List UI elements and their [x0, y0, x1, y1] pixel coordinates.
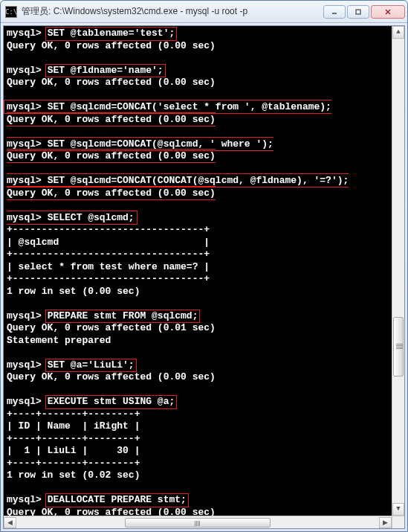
prompt: mysql> — [7, 212, 42, 223]
cmd-line: SELECT @sqlcmd; — [48, 212, 135, 223]
console-output[interactable]: mysql> SET @tablename='test'; Query OK, … — [4, 26, 404, 516]
scroll-left-arrow[interactable]: ◀ — [4, 517, 16, 528]
highlight-cmd: PREPARE stmt FROM @sqlcmd; — [45, 310, 201, 324]
table-row: | 1 | LiuLi | 30 | — [7, 445, 140, 456]
close-icon — [384, 8, 392, 16]
output-line: Query OK, 0 rows affected (0.00 sec) — [7, 114, 216, 125]
table-border: +---------------------------------+ — [7, 224, 210, 235]
highlight-cmd: EXECUTE stmt USING @a; — [45, 395, 178, 409]
scroll-right-arrow[interactable]: ▶ — [379, 517, 392, 528]
output-line: 1 row in set (0.00 sec) — [7, 286, 140, 297]
window-controls — [323, 5, 405, 19]
output-line: Query OK, 0 rows affected (0.00 sec) — [7, 77, 216, 88]
highlight-cmd: SET @fldname='name'; — [45, 64, 166, 78]
cmd-line: SET @sqlcmd=CONCAT('select * from ', @ta… — [48, 101, 331, 112]
table-border: +---------------------------------+ — [7, 273, 210, 284]
highlight-block: mysql> SET @sqlcmd=CONCAT('select * from… — [4, 100, 349, 225]
table-border: +----+-------+--------+ — [7, 433, 140, 444]
prompt: mysql> — [7, 396, 42, 407]
prompt: mysql> — [7, 359, 42, 371]
scroll-track[interactable] — [392, 39, 404, 503]
vertical-scrollbar[interactable]: ▲ ▼ — [392, 26, 404, 516]
cmd-line: SET @sqlcmd=CONCAT(CONCAT(@sqlcmd, @fldn… — [48, 175, 349, 186]
bottom-scroll-row: ◀ ▶ — [4, 516, 404, 528]
cmd-window: C:\ 管理员: C:\Windows\system32\cmd.exe - m… — [0, 0, 408, 532]
table-border: +----+-------+--------+ — [7, 458, 140, 469]
minimize-icon — [331, 8, 338, 16]
console-frame: mysql> SET @tablename='test'; Query OK, … — [3, 25, 405, 529]
highlight-cmd: SET @tablename='test'; — [45, 27, 178, 41]
table-header: | @sqlcmd | — [7, 237, 210, 248]
horizontal-scrollbar[interactable]: ◀ ▶ — [4, 516, 392, 528]
prompt: mysql> — [7, 175, 42, 186]
titlebar[interactable]: C:\ 管理员: C:\Windows\system32\cmd.exe - m… — [1, 1, 407, 23]
window-title: 管理员: C:\Windows\system32\cmd.exe - mysql… — [22, 5, 323, 18]
cmd-line: SET @sqlcmd=CONCAT(@sqlcmd, ' where '); — [48, 138, 273, 150]
maximize-icon — [354, 8, 362, 16]
output-line: Query OK, 0 rows affected (0.00 sec) — [7, 40, 216, 51]
output-line: 1 row in set (0.02 sec) — [7, 469, 140, 481]
output-line: Query OK, 0 rows affected (0.00 sec) — [7, 507, 216, 516]
scroll-track[interactable] — [16, 517, 379, 528]
app-icon: C:\ — [5, 6, 17, 18]
prompt: mysql> — [7, 65, 42, 76]
scroll-down-arrow[interactable]: ▼ — [392, 503, 404, 516]
resize-grip[interactable] — [392, 516, 404, 528]
scroll-thumb[interactable] — [393, 317, 404, 376]
table-border: +---------------------------------+ — [7, 249, 210, 260]
maximize-button[interactable] — [347, 5, 369, 19]
prompt: mysql> — [7, 28, 42, 39]
output-line: Query OK, 0 rows affected (0.00 sec) — [7, 371, 216, 382]
table-border: +----+-------+--------+ — [7, 408, 140, 420]
minimize-button[interactable] — [323, 5, 346, 19]
prompt: mysql> — [7, 494, 42, 505]
output-line: Statement prepared — [7, 335, 111, 346]
svg-rect-1 — [356, 10, 360, 14]
output-line: Query OK, 0 rows affected (0.00 sec) — [7, 188, 216, 199]
scroll-thumb[interactable] — [125, 518, 270, 528]
close-button[interactable] — [371, 5, 405, 19]
prompt: mysql> — [7, 101, 42, 112]
prompt: mysql> — [7, 310, 42, 321]
table-header: | ID | Name | iRight | — [7, 420, 140, 432]
output-line: Query OK, 0 rows affected (0.01 sec) — [7, 322, 216, 333]
console-text: mysql> SET @tablename='test'; Query OK, … — [7, 28, 401, 516]
prompt: mysql> — [7, 138, 42, 150]
output-line: Query OK, 0 rows affected (0.00 sec) — [7, 150, 216, 161]
table-row: | select * from test where name=? | — [7, 261, 210, 272]
highlight-cmd: SET @a='LiuLi'; — [45, 359, 137, 373]
highlight-cmd: DEALLOCATE PREPARE stmt; — [45, 493, 189, 507]
scroll-up-arrow[interactable]: ▲ — [392, 26, 404, 39]
